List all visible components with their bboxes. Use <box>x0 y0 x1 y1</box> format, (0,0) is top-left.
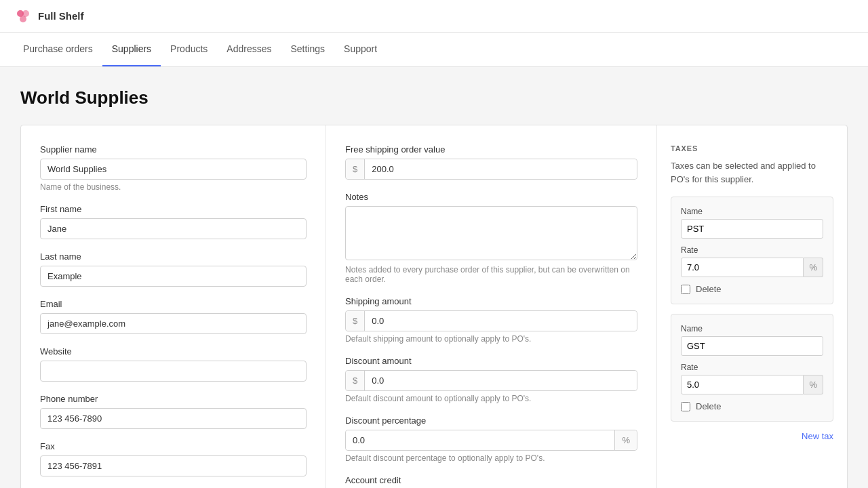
logo-icon <box>14 7 33 26</box>
tax-pst-name-input[interactable] <box>681 219 823 239</box>
website-label: Website <box>40 346 307 357</box>
tax-gst-name-input[interactable] <box>681 336 823 356</box>
tax-pst-delete-label: Delete <box>696 284 722 294</box>
discount-dollar-icon: $ <box>346 371 365 390</box>
supplier-name-hint: Name of the business. <box>40 182 307 192</box>
taxes-header: TAXES <box>671 144 833 152</box>
gst-percent-icon: % <box>804 375 823 394</box>
page-title: World Supplies <box>20 87 848 108</box>
first-name-group: First name <box>40 204 307 239</box>
page-content: World Supplies Supplier name Name of the… <box>0 67 868 488</box>
notes-group: Notes Notes added to every purchase orde… <box>345 192 637 284</box>
last-name-label: Last name <box>40 251 307 262</box>
email-input[interactable] <box>40 313 307 334</box>
nav-support[interactable]: Support <box>334 33 387 66</box>
middle-column: Free shipping order value $ Notes Notes … <box>326 125 657 488</box>
discount-amount-label: Discount amount <box>345 356 637 366</box>
right-column: TAXES Taxes can be selected and applied … <box>657 125 847 488</box>
tax-pst-delete-row: Delete <box>681 284 823 294</box>
nav-purchase-orders[interactable]: Purchase orders <box>14 33 102 66</box>
svg-point-2 <box>20 16 26 22</box>
supplier-name-group: Supplier name Name of the business. <box>40 144 307 192</box>
pst-percent-icon: % <box>804 258 823 277</box>
tax-gst-delete-row: Delete <box>681 401 823 411</box>
free-shipping-input-wrapper: $ <box>345 159 637 180</box>
tax-gst-rate-wrapper: % <box>681 375 823 394</box>
tax-gst-rate-label: Rate <box>681 363 823 372</box>
discount-pct-input[interactable] <box>346 430 614 450</box>
free-shipping-group: Free shipping order value $ <box>345 144 637 180</box>
discount-pct-wrapper: % <box>345 430 637 451</box>
supplier-card: Supplier name Name of the business. Firs… <box>20 125 848 488</box>
main-nav: Purchase orders Suppliers Products Addre… <box>0 33 868 67</box>
first-name-input[interactable] <box>40 218 307 239</box>
shipping-dollar-icon: $ <box>346 311 365 331</box>
last-name-input[interactable] <box>40 266 307 287</box>
discount-amount-hint: Default discount amount to optionally ap… <box>345 394 637 403</box>
nav-addresses[interactable]: Addresses <box>217 33 281 66</box>
tax-pst-rate-wrapper: % <box>681 258 823 277</box>
tax-gst-rate-input[interactable] <box>681 375 804 394</box>
shipping-amount-group: Shipping amount $ Default shipping amoun… <box>345 296 637 344</box>
nav-suppliers[interactable]: Suppliers <box>102 33 161 66</box>
free-shipping-input[interactable] <box>365 159 637 179</box>
taxes-description: Taxes can be selected and applied to PO'… <box>671 159 833 186</box>
tax-gst-name-row: Name <box>681 324 823 356</box>
tax-pst-delete-checkbox[interactable] <box>681 285 690 294</box>
app-logo: Full Shelf <box>14 7 84 26</box>
app-name: Full Shelf <box>38 10 84 22</box>
tax-gst-name-label: Name <box>681 324 823 333</box>
topbar: Full Shelf <box>0 0 868 33</box>
tax-pst-rate-row: Rate % <box>681 245 823 277</box>
supplier-name-label: Supplier name <box>40 144 307 155</box>
tax-gst-delete-checkbox[interactable] <box>681 402 690 411</box>
fax-input[interactable] <box>40 455 307 476</box>
dollar-icon: $ <box>346 159 365 179</box>
discount-amount-group: Discount amount $ Default discount amoun… <box>345 356 637 403</box>
tax-pst-block: Name Rate % Delete <box>671 197 833 304</box>
supplier-name-input[interactable] <box>40 159 307 180</box>
tax-gst-delete-label: Delete <box>696 401 722 411</box>
discount-amount-wrapper: $ <box>345 370 637 391</box>
phone-label: Phone number <box>40 394 307 404</box>
discount-pct-hint: Default discount percentage to optionall… <box>345 453 637 463</box>
notes-hint: Notes added to every purchase order of t… <box>345 265 637 284</box>
last-name-group: Last name <box>40 251 307 287</box>
shipping-amount-hint: Default shipping amount to optionally ap… <box>345 334 637 344</box>
discount-pct-label: Discount percentage <box>345 415 637 426</box>
discount-amount-input[interactable] <box>365 371 637 390</box>
new-tax-button[interactable]: New tax <box>671 431 833 441</box>
free-shipping-label: Free shipping order value <box>345 144 637 155</box>
shipping-amount-input[interactable] <box>365 311 637 331</box>
website-input[interactable] <box>40 361 307 382</box>
tax-pst-name-row: Name <box>681 207 823 239</box>
notes-label: Notes <box>345 192 637 202</box>
email-group: Email <box>40 299 307 334</box>
email-label: Email <box>40 299 307 309</box>
notes-textarea[interactable] <box>345 206 637 260</box>
tax-pst-name-label: Name <box>681 207 823 216</box>
tax-gst-block: Name Rate % Delete <box>671 314 833 422</box>
tax-pst-rate-input[interactable] <box>681 258 804 277</box>
tax-gst-rate-row: Rate % <box>681 363 823 394</box>
nav-products[interactable]: Products <box>161 33 217 66</box>
tax-pst-rate-label: Rate <box>681 245 823 255</box>
left-column: Supplier name Name of the business. Firs… <box>21 125 326 488</box>
first-name-label: First name <box>40 204 307 214</box>
nav-settings[interactable]: Settings <box>281 33 335 66</box>
phone-input[interactable] <box>40 408 307 429</box>
fax-label: Fax <box>40 441 307 451</box>
account-credit-group: Account credit $ A credit that you may h… <box>345 475 637 488</box>
percent-icon: % <box>614 430 637 450</box>
phone-group: Phone number <box>40 394 307 429</box>
discount-pct-group: Discount percentage % Default discount p… <box>345 415 637 463</box>
account-credit-label: Account credit <box>345 475 637 485</box>
shipping-amount-label: Shipping amount <box>345 296 637 306</box>
fax-group: Fax <box>40 441 307 476</box>
website-group: Website <box>40 346 307 382</box>
shipping-amount-wrapper: $ <box>345 310 637 331</box>
